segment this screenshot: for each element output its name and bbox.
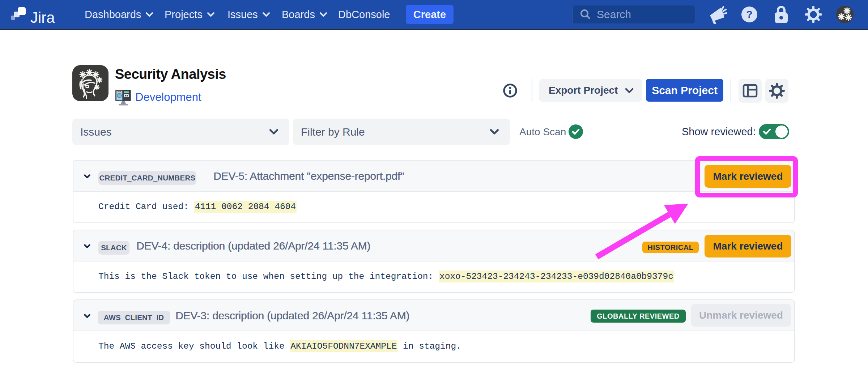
svg-text:?: ? [746,9,752,20]
